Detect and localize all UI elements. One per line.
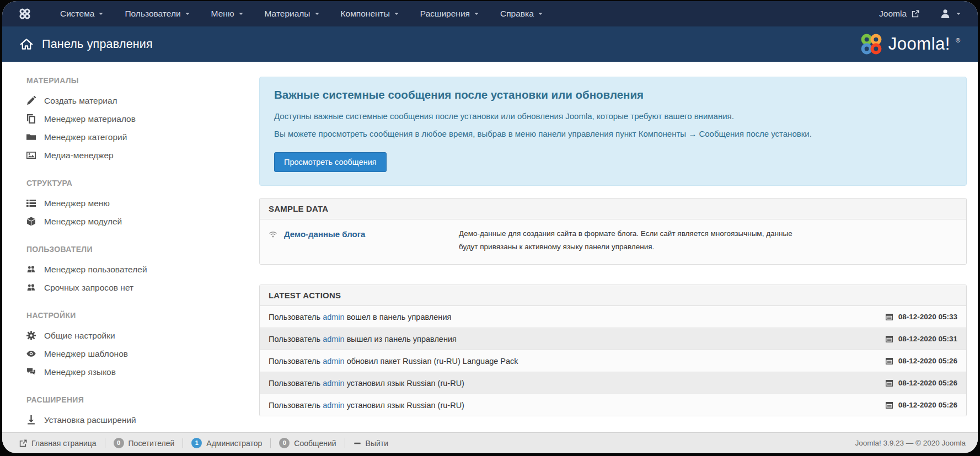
pencil-icon — [26, 96, 36, 105]
calendar-icon — [885, 313, 893, 321]
menu-item-system[interactable]: Система — [50, 1, 114, 26]
sidebar-item-label: Менеджер материалов — [44, 114, 136, 124]
sample-data-title: SAMPLE DATA — [260, 199, 966, 219]
sidebar-item-media-manager[interactable]: Медиа-менеджер — [26, 146, 246, 164]
menu-item-label: Расширения — [420, 9, 470, 19]
sidebar-section-content: МАТЕРИАЛЫСоздать материалМенеджер матери… — [26, 76, 246, 164]
download-icon — [26, 415, 36, 425]
minus-icon — [354, 439, 361, 447]
chevron-down-icon — [98, 11, 104, 17]
action-row: Пользователь admin вышел из панель управ… — [260, 328, 966, 350]
menu-item-users[interactable]: Пользователи — [114, 1, 200, 26]
sample-data-link-cell: Демо-данные блога — [269, 227, 459, 253]
menu-item-label: Система — [60, 9, 94, 19]
view-site-link[interactable]: Joomla — [879, 9, 919, 19]
users-icon — [26, 265, 36, 274]
statusbar-item-label: Сообщений — [294, 439, 336, 448]
action-time-value: 08-12-2020 05:26 — [898, 379, 957, 387]
sidebar-section-structure: СТРУКТУРАМенеджер менюМенеджер модулей — [26, 179, 246, 230]
action-row: Пользователь admin вошел в панель управл… — [260, 306, 966, 328]
action-text: Пользователь admin установил язык Russia… — [269, 379, 464, 388]
menu-item-content[interactable]: Материалы — [254, 1, 330, 26]
copy-icon — [26, 114, 36, 124]
users-icon — [26, 283, 36, 292]
statusbar-item-administrators[interactable]: 1Администратор — [183, 438, 270, 448]
action-row: Пользователь admin установил язык Russia… — [260, 394, 966, 416]
statusbar-item-label: Посетителей — [128, 439, 175, 448]
chevron-down-icon — [956, 11, 961, 17]
action-timestamp: 08-12-2020 05:26 — [885, 401, 957, 409]
sidebar-item-create-article[interactable]: Создать материал — [26, 92, 246, 110]
action-description: вышел из панель управления — [345, 335, 457, 344]
sidebar-item-global-configuration[interactable]: Общие настройки — [26, 326, 246, 345]
comments-icon — [26, 367, 36, 377]
chevron-down-icon — [474, 11, 479, 17]
sidebar-item-label: Менеджер пользователей — [44, 265, 147, 275]
sidebar-item-module-manager[interactable]: Менеджер модулей — [26, 212, 246, 230]
sidebar-item-article-manager[interactable]: Менеджер материалов — [26, 110, 246, 128]
action-description: установил язык Russian (ru-RU) — [345, 401, 464, 410]
menu-item-help[interactable]: Справка — [490, 1, 554, 26]
action-description: обновил пакет Russian (ru-RU) Language P… — [345, 357, 518, 366]
action-text: Пользователь admin обновил пакет Russian… — [269, 357, 518, 366]
sidebar-item-template-manager[interactable]: Менеджер шаблонов — [26, 345, 246, 363]
count-badge-visitors: 0 — [114, 438, 124, 448]
sidebar-item-install-extensions[interactable]: Установка расширений — [26, 411, 246, 429]
sidebar-section-users: ПОЛЬЗОВАТЕЛИМенеджер пользователейСрочны… — [26, 245, 246, 297]
calendar-icon — [885, 401, 893, 409]
admin-menu: СистемаПользователиМенюМатериалыКомпонен… — [50, 1, 554, 26]
message-box-line1: Доступны важные системные сообщения посл… — [274, 110, 952, 122]
menubar-right: Joomla — [879, 9, 961, 19]
message-box-title: Важные системные сообщения после установ… — [274, 88, 952, 101]
joomla-logo-icon — [860, 33, 883, 56]
sample-data-description: Демо-данные для создания сайта в формате… — [459, 227, 812, 253]
sidebar-item-label: Установка расширений — [44, 415, 136, 425]
latest-actions-panel: LATEST ACTIONS Пользователь admin вошел … — [259, 285, 967, 416]
menu-item-components[interactable]: Компоненты — [330, 1, 410, 26]
menu-item-menus[interactable]: Меню — [201, 1, 254, 26]
menu-item-label: Справка — [500, 9, 534, 19]
action-prefix: Пользователь — [269, 335, 323, 344]
action-prefix: Пользователь — [269, 357, 323, 366]
action-timestamp: 08-12-2020 05:31 — [885, 335, 957, 343]
blog-sample-data-link[interactable]: Демо-данные блога — [284, 229, 365, 239]
action-time-value: 08-12-2020 05:31 — [898, 335, 957, 343]
joomla-admin-window: СистемаПользователиМенюМатериалыКомпонен… — [2, 1, 978, 453]
user-menu-button[interactable] — [940, 9, 961, 19]
post-install-message-box: Важные системные сообщения после установ… — [259, 77, 967, 186]
page-header: Панель управления Joomla! ® — [2, 26, 978, 62]
statusbar-item-messages[interactable]: 0Сообщений — [271, 438, 344, 448]
action-user-link[interactable]: admin — [323, 357, 345, 366]
count-badge-messages: 0 — [279, 438, 290, 448]
statusbar-item-label: Администратор — [206, 439, 262, 448]
admin-menubar: СистемаПользователиМенюМатериалыКомпонен… — [2, 1, 978, 26]
action-user-link[interactable]: admin — [323, 313, 345, 321]
sidebar-item-privacy-requests[interactable]: Срочных запросов нет — [26, 278, 246, 297]
sidebar-item-label: Менеджер шаблонов — [44, 349, 128, 359]
sidebar-item-label: Менеджер модулей — [44, 217, 122, 227]
sidebar-item-label: Общие настройки — [44, 331, 115, 341]
sample-data-panel: SAMPLE DATA Демо-данные блога Демо-данны… — [259, 198, 967, 265]
review-messages-button[interactable]: Просмотреть сообщения — [274, 152, 387, 172]
list-icon — [26, 199, 36, 208]
calendar-icon — [885, 357, 893, 365]
admin-sidebar: МАТЕРИАЛЫСоздать материалМенеджер матери… — [2, 62, 257, 432]
action-user-link[interactable]: admin — [323, 379, 345, 388]
menu-item-extensions[interactable]: Расширения — [410, 1, 490, 26]
action-user-link[interactable]: admin — [323, 335, 345, 344]
statusbar-item-visitors[interactable]: 0Посетителей — [105, 438, 183, 448]
sidebar-item-menu-manager[interactable]: Менеджер меню — [26, 194, 246, 212]
status-bar-items: Главная страница0Посетителей1Администрат… — [11, 433, 397, 453]
action-timestamp: 08-12-2020 05:33 — [885, 313, 957, 321]
sidebar-item-category-manager[interactable]: Менеджер категорий — [26, 128, 246, 146]
sidebar-item-language-manager[interactable]: Менеджер языков — [26, 363, 246, 381]
action-user-link[interactable]: admin — [323, 401, 345, 410]
sidebar-heading-configuration: НАСТРОЙКИ — [26, 311, 246, 320]
chevron-down-icon — [185, 11, 190, 17]
action-row: Пользователь admin обновил пакет Russian… — [260, 350, 966, 372]
statusbar-item-home-page[interactable]: Главная страница — [11, 439, 105, 448]
action-time-value: 08-12-2020 05:33 — [898, 313, 957, 321]
statusbar-item-logout[interactable]: Выйти — [345, 439, 397, 448]
sidebar-item-user-manager[interactable]: Менеджер пользователей — [26, 260, 246, 278]
folder-icon — [26, 132, 36, 142]
